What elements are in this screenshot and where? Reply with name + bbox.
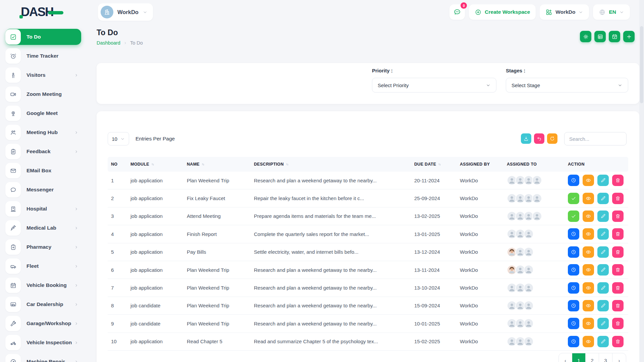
progress-button[interactable] (568, 282, 579, 294)
view-button[interactable] (583, 282, 594, 294)
view-button[interactable] (583, 246, 594, 258)
delete-button[interactable] (612, 175, 624, 186)
sidebar-item-garage-workshop[interactable]: Garage/Workshop (5, 315, 81, 331)
edit-button[interactable] (597, 228, 609, 240)
settings-button[interactable] (580, 31, 591, 42)
pagination-prev[interactable]: ‹ (559, 353, 572, 362)
view-button[interactable] (583, 175, 594, 186)
workspace-switcher[interactable]: WorkDo (98, 3, 153, 21)
breadcrumb-dashboard-link[interactable]: Dashboard (97, 40, 120, 46)
messages-button[interactable]: 0 (449, 4, 465, 20)
sidebar-item-feedback[interactable]: Feedback (5, 143, 81, 160)
entries-per-page-select[interactable]: 10 (108, 132, 129, 145)
refresh-button[interactable] (547, 133, 557, 144)
sidebar-item-fleet[interactable]: Fleet (5, 258, 81, 274)
edit-button[interactable] (597, 193, 609, 204)
page-scrollbar[interactable] (639, 0, 644, 362)
assignee-avatar[interactable] (524, 318, 534, 328)
progress-button[interactable] (568, 246, 579, 258)
edit-button[interactable] (597, 175, 609, 186)
sort-icon[interactable] (437, 162, 442, 167)
sidebar-item-vehicle-inspection[interactable]: Vehicle Inspection (5, 335, 81, 351)
assignee-avatar[interactable] (524, 283, 534, 293)
progress-button[interactable] (568, 175, 579, 186)
assignee-avatar[interactable] (532, 211, 542, 221)
progress-button[interactable] (568, 336, 579, 347)
column-header-name[interactable]: NAME (183, 162, 251, 167)
priority-select[interactable]: Select Priority (372, 78, 496, 93)
stage-select[interactable]: Select Stage (506, 78, 628, 93)
view-button[interactable] (583, 193, 594, 204)
column-header-module[interactable]: MODULE (127, 162, 183, 167)
pagination-page-2[interactable]: 2 (586, 353, 599, 362)
assignee-avatar[interactable] (524, 301, 534, 311)
pagination-page-1[interactable]: 1 (572, 353, 586, 362)
sidebar-item-visitors[interactable]: Visitors (5, 67, 81, 83)
add-todo-button[interactable] (623, 31, 635, 42)
view-button[interactable] (583, 300, 594, 311)
assignee-avatar[interactable] (532, 193, 542, 203)
edit-button[interactable] (597, 264, 609, 276)
sidebar-item-car-dealership[interactable]: Car Dealership (5, 296, 81, 312)
workspace-menu-button[interactable]: WorkDo (540, 4, 589, 20)
progress-button[interactable] (568, 318, 579, 329)
delete-button[interactable] (612, 318, 624, 329)
table-view-button[interactable] (594, 31, 606, 42)
export-button[interactable] (521, 133, 531, 144)
sidebar-item-vehicle-booking[interactable]: Vehicle Booking (5, 277, 81, 293)
undo-button[interactable] (534, 133, 544, 144)
assignee-avatar[interactable] (524, 247, 534, 257)
sidebar-item-to-do[interactable]: To Do (5, 29, 81, 45)
mark-complete-button[interactable] (568, 193, 579, 204)
sort-icon[interactable] (151, 162, 155, 167)
progress-button[interactable] (568, 264, 579, 276)
sidebar-item-zoom-meeting[interactable]: Zoom Meeting (5, 86, 81, 102)
calendar-view-button[interactable] (609, 31, 620, 42)
sidebar-item-messenger[interactable]: Messenger (5, 182, 81, 198)
brand-logo[interactable]: DASH (21, 5, 85, 19)
edit-button[interactable] (597, 336, 609, 347)
view-button[interactable] (583, 318, 594, 329)
view-button[interactable] (583, 336, 594, 347)
progress-button[interactable] (568, 228, 579, 240)
sort-icon[interactable] (285, 162, 289, 167)
pagination-next[interactable]: › (612, 353, 626, 362)
language-selector[interactable]: EN (593, 4, 630, 20)
delete-button[interactable] (612, 228, 624, 240)
view-button[interactable] (583, 210, 594, 222)
column-header-due-date[interactable]: DUE DATE (411, 162, 457, 167)
edit-button[interactable] (597, 246, 609, 258)
sidebar-item-time-tracker[interactable]: Time Tracker (5, 48, 81, 64)
delete-button[interactable] (612, 282, 624, 294)
sidebar-item-email-box[interactable]: EMail Box (5, 163, 81, 179)
delete-button[interactable] (612, 264, 624, 276)
create-workspace-button[interactable]: Create Workspace (469, 4, 536, 20)
delete-button[interactable] (612, 210, 624, 222)
column-header-description[interactable]: DESCRIPTION (251, 162, 411, 167)
pagination-page-3[interactable]: 3 (599, 353, 612, 362)
sort-icon[interactable] (201, 162, 205, 167)
sidebar-item-medical-lab[interactable]: Medical Lab (5, 220, 81, 236)
edit-button[interactable] (597, 318, 609, 329)
edit-button[interactable] (597, 210, 609, 222)
edit-button[interactable] (597, 282, 609, 294)
progress-button[interactable] (568, 300, 579, 311)
assignee-avatar[interactable] (524, 265, 534, 275)
sidebar-item-machine-repair[interactable]: Machine Repair (5, 354, 81, 362)
sidebar-item-google-meet[interactable]: Google Meet (5, 105, 81, 121)
edit-button[interactable] (597, 300, 609, 311)
delete-button[interactable] (612, 193, 624, 204)
delete-button[interactable] (612, 300, 624, 311)
assignee-avatar[interactable] (524, 229, 534, 239)
scrollbar-thumb[interactable] (640, 26, 643, 103)
assignee-avatar[interactable] (524, 337, 534, 347)
search-input[interactable] (564, 132, 627, 145)
delete-button[interactable] (612, 336, 624, 347)
view-button[interactable] (583, 264, 594, 276)
sidebar-item-pharmacy[interactable]: Pharmacy (5, 239, 81, 255)
sidebar-item-hospital[interactable]: Hospital (5, 201, 81, 217)
assignee-avatar[interactable] (532, 175, 542, 185)
sidebar-item-meeting-hub[interactable]: Meeting Hub (5, 124, 81, 140)
view-button[interactable] (583, 228, 594, 240)
mark-complete-button[interactable] (568, 210, 579, 222)
